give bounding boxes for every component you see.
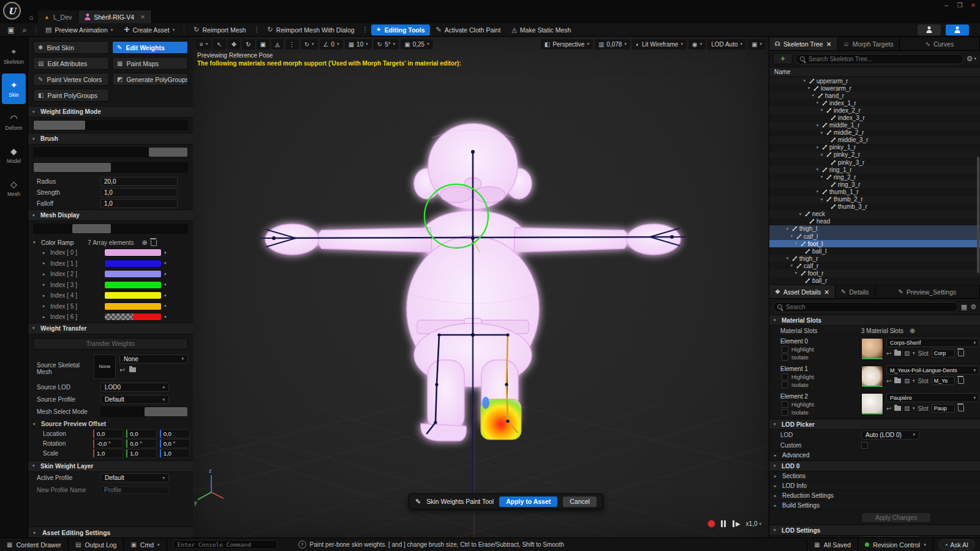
collapsed-section-row[interactable]: ▸ Reduction Settings	[769, 491, 980, 501]
source-mesh-dropdown[interactable]: None▾	[119, 354, 188, 364]
add-element-icon[interactable]: ⊕	[141, 239, 147, 247]
select-tool-icon[interactable]: ↖	[213, 39, 225, 50]
tab-curves[interactable]: ∿ Curves	[900, 37, 980, 50]
chevron-down-icon[interactable]: ▾	[164, 304, 167, 309]
expander-icon[interactable]: ▾	[815, 189, 820, 194]
chevron-down-icon[interactable]: ▾	[913, 406, 915, 411]
x-value-input[interactable]: 0,0	[93, 429, 123, 438]
expander-icon[interactable]: ▾	[819, 197, 824, 202]
console-command-input[interactable]	[173, 540, 277, 549]
chevron-down-icon[interactable]: ▾	[164, 250, 167, 255]
apply-to-asset-button[interactable]: Apply to Asset	[499, 497, 557, 507]
expander-icon[interactable]: ▾	[815, 100, 820, 105]
cancel-button[interactable]: Cancel	[563, 497, 597, 507]
menubar-item[interactable]	[78, 0, 89, 10]
material-thumbnail[interactable]	[861, 338, 883, 360]
expander-icon[interactable]: ▾	[789, 263, 794, 268]
isolate-checkbox[interactable]	[782, 409, 788, 416]
location-snap-button[interactable]: ∠0▾	[320, 39, 343, 50]
tab-close-icon[interactable]: ✕	[826, 40, 832, 48]
material-slots-header[interactable]: ▾ Material Slots	[769, 315, 980, 326]
all-saved-button[interactable]: ▦ All Saved	[807, 538, 858, 551]
highlight-checkbox[interactable]	[782, 373, 788, 380]
browse-to-asset-icon[interactable]: ⌕	[18, 24, 31, 36]
z-value-input[interactable]: 0,0 °	[160, 439, 190, 448]
brush-section-header[interactable]: ▾ Brush	[28, 133, 193, 144]
revision-control-button[interactable]: Revision Control▾	[858, 538, 933, 551]
highlight-checkbox[interactable]	[782, 346, 788, 353]
chevron-down-icon[interactable]: ▾	[164, 272, 167, 277]
expander-icon[interactable]: ▸	[43, 304, 48, 309]
source-lod-dropdown[interactable]: LOD0▾	[100, 383, 169, 392]
expander-icon[interactable]: ▸	[43, 282, 48, 287]
playback-speed-dropdown[interactable]: x1,0▾	[746, 520, 761, 527]
pick-material-icon[interactable]: ⚄	[904, 350, 910, 357]
preview-mesh-button[interactable]	[918, 24, 941, 36]
slot-name-input[interactable]: Paup	[932, 404, 955, 413]
expander-icon[interactable]: ▾	[819, 174, 824, 179]
chevron-down-icon[interactable]: ▾	[164, 282, 167, 287]
add-material-slot-icon[interactable]: ⊕	[910, 327, 915, 335]
custom-checkbox[interactable]	[861, 442, 868, 449]
coordinate-space-icon[interactable]: ◬	[271, 39, 284, 50]
brush-domain-option[interactable]	[111, 163, 188, 172]
isolate-checkbox[interactable]	[782, 354, 788, 361]
tab-sherif-rig[interactable]: Shérif-RIG-V4 ✕	[78, 10, 151, 23]
ask-ai-button[interactable]: ▾ Ask AI	[938, 539, 975, 550]
expander-icon[interactable]: ▸	[43, 250, 48, 255]
chevron-down-icon[interactable]: ▾	[164, 315, 167, 320]
screenshot-button[interactable]: ▣▾	[748, 39, 766, 50]
activate-cloth-paint-button[interactable]: ✎ Activate Cloth Paint	[431, 24, 506, 36]
use-selected-icon[interactable]: ↩	[119, 366, 125, 374]
collapse-icon[interactable]: ▾	[33, 240, 38, 245]
weight-transfer-header[interactable]: ▾ Weight Transfer	[28, 323, 193, 334]
expander-icon[interactable]: ▾	[815, 123, 820, 128]
lod-dropdown[interactable]: Auto (LOD 0)▾	[861, 430, 919, 440]
trash-icon[interactable]	[958, 378, 964, 384]
material-thumbnail[interactable]	[861, 365, 883, 388]
color-swatch[interactable]	[104, 302, 162, 310]
tab-close-icon[interactable]: ✕	[140, 14, 145, 20]
expander-icon[interactable]: ▸	[43, 293, 48, 298]
grid-snap-button[interactable]: ▦10▾	[345, 39, 372, 50]
brush-op-option[interactable]	[34, 148, 72, 157]
lod-settings-header[interactable]: ▾ LOD Settings	[769, 525, 980, 536]
reimport-mesh-button[interactable]: ↻ Reimport Mesh	[189, 24, 251, 36]
collapsed-section-row[interactable]: ▸ Sections	[769, 471, 980, 481]
weight-mode-option[interactable]	[34, 121, 85, 130]
expander-icon[interactable]: ▾	[797, 212, 803, 217]
new-profile-name-input[interactable]	[100, 486, 169, 494]
y-value-input[interactable]: 1,0	[126, 449, 156, 458]
brush-domain-option[interactable]	[34, 163, 111, 172]
numeric-input[interactable]: 1,0	[100, 199, 178, 208]
apply-changes-button[interactable]: Apply Changes	[861, 512, 931, 523]
source-preview-offset-header[interactable]: ▾ Source Preview Offset	[28, 419, 193, 429]
expander-icon[interactable]: ▾	[785, 256, 790, 261]
z-value-input[interactable]: 0,0	[160, 429, 190, 438]
delete-elements-icon[interactable]	[151, 240, 157, 246]
numeric-input[interactable]: 1,0	[100, 188, 178, 197]
y-value-input[interactable]: 0,0 °	[126, 439, 156, 448]
close-icon[interactable]: ✕	[967, 0, 980, 10]
material-dropdown[interactable]: M_Yeux-Poil-Langue-Dents▾	[886, 365, 979, 375]
3d-viewport[interactable]: z y ≡▾ ↖ ✥ ↻ ▣ ◬ ⋮ ↻▾ ∠0▾ ▦10▾ ↻5°▾ ▣0,2…	[193, 37, 769, 538]
tree-name-column-header[interactable]: Name	[769, 67, 980, 77]
expander-icon[interactable]: ▸	[43, 315, 48, 320]
save-icon[interactable]: ▣	[5, 24, 17, 36]
output-log-button[interactable]: ▤ Output Log	[69, 538, 124, 551]
color-swatch[interactable]	[104, 313, 162, 321]
home-icon[interactable]: ⌂	[24, 10, 38, 23]
content-drawer-button[interactable]: ▦ Content Drawer	[0, 538, 69, 551]
weight-editing-mode-header[interactable]: ▾ Weight Editing Mode	[28, 106, 193, 118]
expander-icon[interactable]: ▾	[810, 93, 816, 98]
tab-level[interactable]: ▲ L_Dev	[38, 10, 78, 23]
browse-icon[interactable]	[894, 378, 901, 383]
column-view-icon[interactable]: ▦	[961, 303, 967, 311]
minimize-icon[interactable]: –	[940, 0, 953, 10]
tab-preview-settings[interactable]: ✎ Preview_Settings	[875, 285, 980, 298]
toolbar-kebab-icon[interactable]: ⋮	[285, 39, 299, 50]
reimport-mesh-dialog-button[interactable]: ↻ Reimport Mesh With Dialog	[263, 24, 360, 36]
skeleton-bones[interactable]	[260, 152, 685, 500]
weight-mode-option[interactable]	[136, 121, 187, 130]
viewport-options-button[interactable]: ≡▾	[196, 39, 211, 50]
